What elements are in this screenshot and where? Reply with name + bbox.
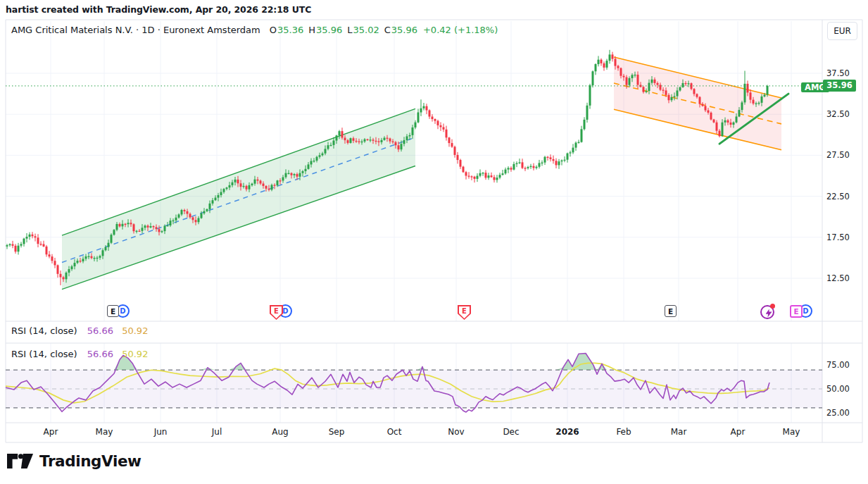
time-label-feb: Feb xyxy=(616,427,631,437)
ohlc-letter-h: H xyxy=(308,25,315,35)
earnings-letter: E xyxy=(459,306,470,318)
symbol-title: AMG Critical Materials N.V. · 1D · Euron… xyxy=(11,25,260,35)
ohlc-value-c: 35.96 xyxy=(391,25,417,35)
time-label-mar: Mar xyxy=(671,427,687,437)
chart-legend: AMG Critical Materials N.V. · 1D · Euron… xyxy=(11,25,498,35)
tradingview-logo-text: TradingView xyxy=(39,452,141,470)
earnings-icon[interactable]: E xyxy=(107,305,119,317)
rsi-ma-value: 50.92 xyxy=(122,325,148,336)
ohlc-value-o: 35.36 xyxy=(277,25,303,35)
rsi-ma-value: 50.92 xyxy=(122,349,148,359)
ohlc-letter-o: O xyxy=(270,25,277,35)
time-label-2026: 2026 xyxy=(555,427,579,437)
rsi-value: 56.66 xyxy=(87,349,113,359)
time-label-dec: Dec xyxy=(503,427,519,437)
ohlc-letter-l: L xyxy=(347,25,352,35)
rsi-tick-25.00: 25.00 xyxy=(826,408,850,418)
time-label-sep: Sep xyxy=(329,427,345,437)
event-badge-earnings-shield[interactable]: DE xyxy=(270,305,295,321)
event-badge-earnings-shield[interactable]: E xyxy=(458,305,483,321)
tradingview-logo-icon xyxy=(7,452,34,470)
event-badge-alert-lightning[interactable] xyxy=(760,305,786,321)
price-tick-17.50: 17.50 xyxy=(826,232,850,242)
last-price-label: 35.96 xyxy=(823,80,856,92)
rsi-title: RSI (14, close) xyxy=(11,349,77,359)
earnings-letter: E xyxy=(271,306,282,318)
event-badge-earnings-square[interactable]: E xyxy=(665,305,690,321)
rsi-title: RSI (14, close) xyxy=(11,325,77,336)
rsi-tick-75.00: 75.00 xyxy=(826,360,850,370)
time-label-may: May xyxy=(96,427,113,437)
ohlc-letter-c: C xyxy=(384,25,391,35)
event-badge-earnings-square[interactable]: DE xyxy=(107,305,132,321)
rsi-legend-row-2[interactable]: RSI (14, close) 56.66 50.92 xyxy=(11,349,148,359)
rsi-value: 56.66 xyxy=(87,325,113,336)
rsi-legend-row-1[interactable]: RSI (14, close) 56.66 50.92 xyxy=(11,325,148,336)
price-tick-27.50: 27.50 xyxy=(826,150,850,160)
ohlc-values: O35.36H35.96L35.02C35.96 xyxy=(265,25,417,35)
time-label-nov: Nov xyxy=(448,427,464,437)
ohlc-value-h: 35.96 xyxy=(316,25,342,35)
tradingview-logo[interactable]: TradingView xyxy=(7,452,141,470)
time-label-oct: Oct xyxy=(387,427,402,437)
time-label-jun: Jun xyxy=(154,427,168,437)
event-badge-earnings-square-magenta[interactable]: DE xyxy=(790,305,815,321)
chart-canvas[interactable] xyxy=(0,0,868,484)
time-label-apr: Apr xyxy=(44,427,58,437)
time-label-aug: Aug xyxy=(272,427,288,437)
price-tick-32.50: 32.50 xyxy=(826,109,850,119)
earnings-icon[interactable]: E xyxy=(790,305,803,318)
rsi-tick-50.00: 50.00 xyxy=(826,384,850,394)
ohlc-value-l: 35.02 xyxy=(353,25,379,35)
price-tick-12.50: 12.50 xyxy=(826,273,850,283)
change-value: +0.42 (+1.18%) xyxy=(423,25,498,35)
currency-button[interactable]: EUR xyxy=(827,22,857,40)
time-label-jul: Jul xyxy=(212,427,222,437)
price-tick-37.50: 37.50 xyxy=(826,68,850,78)
lightning-bolt-icon xyxy=(766,309,772,318)
earnings-icon[interactable]: E xyxy=(270,305,283,320)
time-label-may: May xyxy=(783,427,800,437)
alert-notification-dot xyxy=(770,304,775,309)
earnings-icon[interactable]: E xyxy=(665,305,677,317)
price-tick-22.50: 22.50 xyxy=(826,192,850,201)
earnings-icon[interactable]: E xyxy=(458,305,471,320)
time-label-apr: Apr xyxy=(731,427,746,437)
